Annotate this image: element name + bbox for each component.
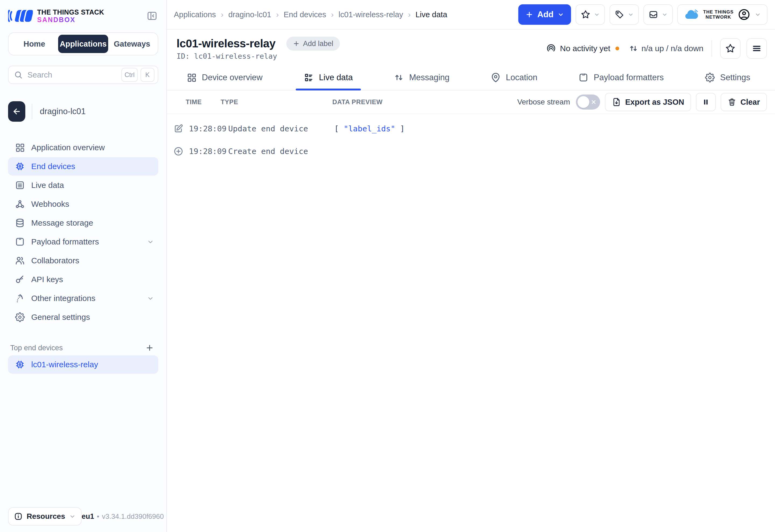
collapse-sidebar-icon (147, 10, 157, 21)
sidebar-item-live-data[interactable]: Live data (8, 176, 158, 194)
cluster-version: eu1 • v3.34.1.dd390f6960 (82, 512, 164, 521)
chevron-down-icon (662, 12, 668, 17)
sidebar-item-label: Collaborators (31, 256, 79, 265)
tab-label: Messaging (409, 73, 450, 82)
search-box[interactable]: Ctrl K (8, 66, 158, 84)
bookmark-device-button[interactable] (720, 38, 741, 59)
event-time: 19:28:09 (189, 147, 228, 156)
inbox-tray-icon (649, 10, 658, 19)
sidebar-item-other-integrations[interactable]: Other integrations (8, 289, 158, 308)
breadcrumb: Applications › dragino-lc01 › End device… (174, 10, 447, 19)
breadcrumb-separator: › (331, 10, 334, 19)
notifications-inbox-button[interactable] (643, 4, 673, 25)
sidebar-item-label: Live data (31, 181, 64, 190)
sidebar-item-application-overview[interactable]: Application overview (8, 138, 158, 157)
code-icon (15, 237, 25, 246)
sidebar-item-general-settings[interactable]: General settings (8, 308, 158, 326)
sidebar-item-label: API keys (31, 275, 63, 284)
sidebar-item-end-devices[interactable]: End devices (8, 157, 158, 175)
gear-icon (705, 73, 715, 82)
chevron-down-icon (628, 12, 634, 17)
device-menu-button[interactable] (746, 38, 767, 59)
map-pin-icon (491, 73, 501, 82)
sidebar-item-collaborators[interactable]: Collaborators (8, 251, 158, 270)
clear-stream-button[interactable]: Clear (721, 93, 767, 111)
tab-live-data[interactable]: Live data (296, 65, 361, 90)
code-icon (579, 73, 588, 82)
export-json-button[interactable]: Export as JSON (605, 93, 691, 111)
things-network-cloud-icon (684, 9, 699, 20)
grid-icon (187, 73, 196, 82)
top-end-devices-section: Top end devices lc01-wireless-relay (8, 340, 158, 374)
breadcrumb-separator: › (276, 10, 279, 19)
add-label-button[interactable]: Add label (286, 37, 340, 51)
chevron-down-icon (147, 295, 154, 302)
sidebar-item-label: End devices (31, 162, 75, 171)
bookmarks-menu-button[interactable] (576, 4, 605, 25)
verbose-stream-toggle[interactable] (576, 94, 600, 110)
tab-label: Payload formatters (594, 73, 664, 82)
webhook-icon (15, 199, 25, 209)
tab-payload-formatters[interactable]: Payload formatters (571, 65, 672, 90)
tags-menu-button[interactable] (610, 4, 639, 25)
tab-device-overview[interactable]: Device overview (179, 65, 271, 90)
export-json-label: Export as JSON (625, 98, 684, 107)
chevron-down-icon (147, 238, 154, 245)
event-type: Update end device (228, 124, 334, 133)
nav-home[interactable]: Home (10, 35, 58, 53)
tab-label: Live data (319, 73, 353, 82)
search-input[interactable] (27, 70, 117, 80)
sidebar-item-payload-formatters[interactable]: Payload formatters (8, 232, 158, 251)
trash-icon (728, 98, 736, 106)
chevron-down-icon (594, 12, 600, 17)
breadcrumb-device-id[interactable]: lc01-wireless-relay (338, 10, 403, 19)
add-end-device-button[interactable] (144, 343, 155, 353)
sidebar-device-label: lc01-wireless-relay (31, 360, 98, 369)
verbose-stream-label: Verbose stream (517, 98, 570, 106)
user-account-menu-button[interactable]: THE THINGS NETWORK (677, 4, 767, 25)
event-time: 19:28:09 (189, 124, 228, 133)
tab-settings[interactable]: Settings (697, 65, 758, 90)
breadcrumb-application-id[interactable]: dragino-lc01 (228, 10, 271, 19)
device-tabs: Device overview Live data Messaging (167, 65, 775, 90)
things-stack-logo-icon (8, 8, 33, 24)
users-icon (15, 256, 25, 265)
add-button[interactable]: Add (518, 4, 571, 25)
sidebar: THE THINGS STACK SANDBOX Home Applicatio… (0, 0, 167, 532)
tab-messaging[interactable]: Messaging (386, 65, 458, 90)
brand-logo[interactable]: THE THINGS STACK SANDBOX (8, 8, 104, 24)
traffic-status-label: n/a up / n/a down (642, 44, 703, 53)
chip-icon (15, 161, 25, 171)
gear-icon (15, 312, 25, 322)
sidebar-item-device-lc01-wireless-relay[interactable]: lc01-wireless-relay (8, 355, 158, 374)
add-label-button-label: Add label (303, 40, 333, 48)
breadcrumb-applications[interactable]: Applications (174, 10, 216, 19)
chevron-down-icon (558, 11, 564, 18)
tab-label: Device overview (202, 73, 263, 82)
resources-label: Resources (27, 512, 65, 521)
tab-location[interactable]: Location (483, 65, 546, 90)
activity-status-label: No activity yet (560, 44, 610, 53)
x-icon (590, 99, 597, 105)
application-context-label: dragino-lc01 (40, 107, 86, 116)
sidebar-item-api-keys[interactable]: API keys (8, 270, 158, 289)
back-button[interactable] (8, 101, 25, 122)
device-id: ID: lc01-wireless-relay (176, 52, 340, 60)
status-dot (615, 47, 619, 50)
version-label: v3.34.1.dd390f6960 (102, 512, 164, 521)
resources-button[interactable]: Resources (8, 507, 82, 526)
nav-gateways[interactable]: Gateways (108, 35, 156, 53)
nav-applications[interactable]: Applications (58, 35, 108, 53)
collapse-sidebar-button[interactable] (146, 10, 158, 22)
topbar-actions: Add (518, 4, 767, 25)
info-icon (14, 512, 23, 521)
breadcrumb-end-devices[interactable]: End devices (284, 10, 326, 19)
event-row[interactable]: 19:28:09 Create end device (173, 140, 767, 163)
sidebar-item-label: Webhooks (31, 199, 69, 209)
sidebar-item-webhooks[interactable]: Webhooks (8, 195, 158, 213)
event-row[interactable]: 19:28:09 Update end device [ "label_ids"… (173, 117, 767, 140)
sidebar-item-message-storage[interactable]: Message storage (8, 214, 158, 232)
column-header-type: TYPE (221, 98, 332, 106)
star-icon (725, 43, 735, 54)
pause-stream-button[interactable] (696, 93, 716, 111)
